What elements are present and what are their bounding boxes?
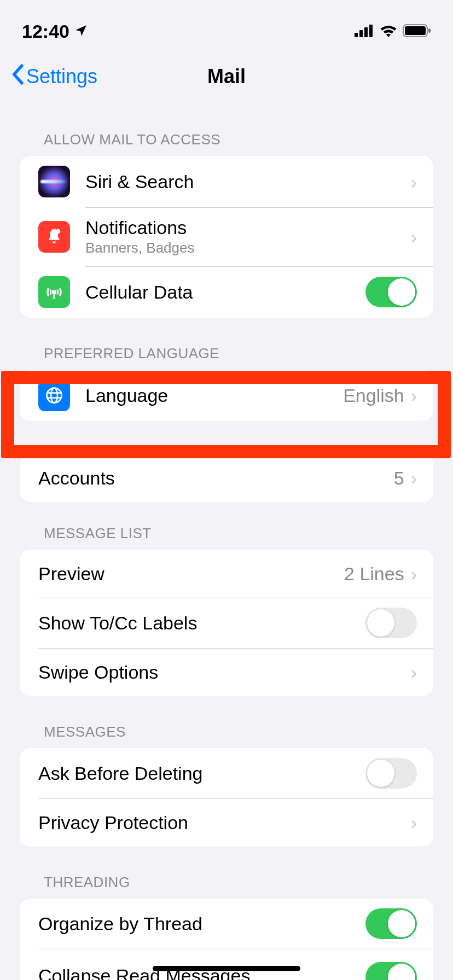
- cellular-signal-icon: [355, 21, 374, 42]
- row-label-language: Language: [85, 385, 343, 406]
- status-left: 12:40: [22, 21, 88, 42]
- row-value-language: English: [343, 385, 404, 406]
- row-privacy-protection[interactable]: Privacy Protection ›: [20, 798, 433, 847]
- row-label-preview: Preview: [38, 563, 344, 585]
- section-language: Language English ›: [20, 370, 433, 421]
- row-value-accounts: 5: [394, 468, 404, 489]
- svg-point-7: [56, 229, 61, 234]
- back-label: Settings: [26, 65, 97, 88]
- svg-rect-1: [359, 30, 363, 37]
- notifications-icon: [38, 221, 70, 253]
- status-time: 12:40: [22, 21, 69, 42]
- svg-rect-2: [364, 27, 368, 37]
- page-title: Mail: [207, 65, 246, 88]
- row-siri-search[interactable]: Siri & Search ›: [20, 156, 433, 207]
- section-access: Siri & Search › Notifications Banners, B…: [20, 156, 433, 318]
- row-label-swipe: Swipe Options: [38, 662, 411, 683]
- row-label-organize: Organize by Thread: [38, 913, 365, 935]
- row-sub-notifications: Banners, Badges: [85, 240, 411, 256]
- svg-rect-0: [355, 33, 358, 37]
- row-label-cellular: Cellular Data: [85, 282, 365, 303]
- row-value-preview: 2 Lines: [344, 563, 404, 585]
- svg-rect-3: [369, 25, 373, 37]
- section-header-language: PREFERRED LANGUAGE: [0, 318, 453, 370]
- svg-point-11: [51, 388, 57, 403]
- chevron-right-icon: ›: [411, 812, 417, 833]
- row-label-askdelete: Ask Before Deleting: [38, 763, 365, 784]
- row-label-showtocc: Show To/Cc Labels: [38, 612, 365, 634]
- location-icon: [74, 21, 88, 42]
- row-preview[interactable]: Preview 2 Lines ›: [20, 550, 433, 598]
- toggle-ask-before-deleting[interactable]: [365, 758, 417, 789]
- section-header-msglist: MESSAGE LIST: [0, 502, 453, 550]
- toggle-collapse-read[interactable]: [365, 962, 417, 980]
- chevron-left-icon: [11, 64, 24, 90]
- nav-header: Settings Mail: [0, 49, 453, 104]
- battery-icon: [403, 21, 431, 42]
- row-language[interactable]: Language English ›: [20, 370, 433, 421]
- toggle-show-tocc[interactable]: [365, 608, 417, 638]
- row-cellular-data: Cellular Data: [20, 266, 433, 318]
- status-right: [355, 21, 431, 42]
- row-show-tocc: Show To/Cc Labels: [20, 598, 433, 648]
- svg-point-10: [47, 388, 62, 403]
- svg-rect-6: [428, 28, 431, 33]
- section-accounts: Accounts 5 ›: [20, 454, 433, 502]
- row-label-privacy: Privacy Protection: [38, 812, 411, 833]
- row-accounts[interactable]: Accounts 5 ›: [20, 454, 433, 502]
- row-organize-by-thread: Organize by Thread: [20, 899, 433, 949]
- row-notifications[interactable]: Notifications Banners, Badges ›: [20, 207, 433, 266]
- cellular-icon: [38, 276, 70, 308]
- row-swipe-options[interactable]: Swipe Options ›: [20, 648, 433, 696]
- status-bar: 12:40: [0, 0, 453, 49]
- chevron-right-icon: ›: [411, 468, 417, 489]
- row-collapse-read: Collapse Read Messages: [20, 949, 433, 980]
- toggle-organize-by-thread[interactable]: [365, 908, 417, 939]
- row-label-accounts: Accounts: [38, 468, 394, 489]
- chevron-right-icon: ›: [411, 563, 417, 585]
- row-ask-before-deleting: Ask Before Deleting: [20, 748, 433, 798]
- back-button[interactable]: Settings: [11, 64, 97, 90]
- chevron-right-icon: ›: [411, 226, 417, 248]
- chevron-right-icon: ›: [411, 171, 417, 192]
- chevron-right-icon: ›: [411, 385, 417, 406]
- section-header-messages: MESSAGES: [0, 696, 453, 748]
- row-label-notifications: Notifications: [85, 217, 411, 238]
- siri-icon: [38, 166, 70, 197]
- row-label-siri: Siri & Search: [85, 171, 411, 192]
- wifi-icon: [380, 21, 397, 42]
- section-header-access: ALLOW MAIL TO ACCESS: [0, 104, 453, 156]
- globe-icon: [38, 380, 70, 411]
- toggle-cellular-data[interactable]: [365, 277, 417, 307]
- chevron-right-icon: ›: [411, 662, 417, 683]
- home-indicator[interactable]: [153, 966, 300, 971]
- svg-rect-5: [405, 26, 426, 35]
- section-msglist: Preview 2 Lines › Show To/Cc Labels Swip…: [20, 550, 433, 696]
- section-messages: Ask Before Deleting Privacy Protection ›: [20, 748, 433, 847]
- section-header-threading: THREADING: [0, 847, 453, 899]
